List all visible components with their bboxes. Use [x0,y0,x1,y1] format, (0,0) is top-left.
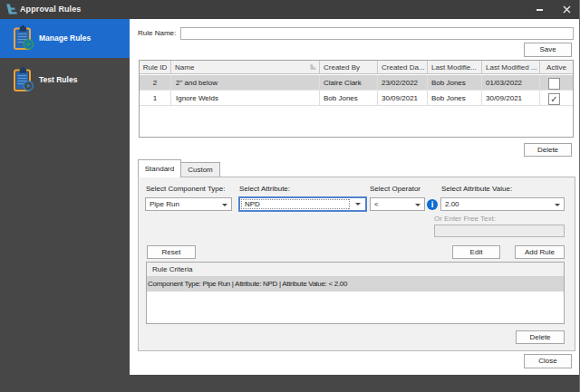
free-text-label: Or Enter Free Text: [434,214,496,225]
add-rule-button[interactable]: Add Rule [515,245,565,259]
info-icon[interactable]: i [427,199,438,210]
minimize-icon [536,9,543,11]
column-header-name-label: Name [175,63,194,72]
cell-last-modified-date: 30/09/2021 [482,91,540,105]
cell-created-date: 23/02/2022 [378,75,428,90]
column-header-last-modified-date[interactable]: Last Modified ... [482,61,540,74]
column-header-created-by[interactable]: Created By [320,61,378,74]
manage-rules-icon [13,24,34,51]
attribute-label: Select Attribute: [239,184,290,195]
delete-criteria-button[interactable]: Delete [516,330,565,344]
rule-name-input[interactable] [180,27,574,40]
sidebar-item-manage-rules[interactable]: Manage Rules [0,19,130,58]
attribute-value-value: 2.00 [445,200,459,208]
close-icon [563,5,571,14]
approval-rules-window: Approval Rules Manage Rules [0,0,580,392]
sidebar: Manage Rules Test Rules [0,19,130,392]
rules-table: Rule ID Name Created By Created Da... La… [139,60,574,138]
column-header-last-modified-by[interactable]: Last Modifie... [428,61,482,74]
sidebar-item-test-rules[interactable]: Test Rules [0,61,130,100]
reset-button[interactable]: Reset [147,245,196,259]
column-header-created-date[interactable]: Created Da... [378,61,428,74]
edit-button[interactable]: Edit [452,245,500,259]
close-button[interactable]: Close [524,354,572,368]
table-row[interactable]: 2 2" and below Claire Clark 23/02/2022 B… [140,75,573,91]
sidebar-item-label: Manage Rules [39,19,91,58]
operator-value: < [374,200,379,208]
chevron-down-icon [355,203,361,206]
sort-ascending-icon [310,64,316,71]
cell-name: Ignore Welds [171,91,320,105]
rule-criteria-item[interactable]: Component Type: Pipe Run | Attribute: NP… [147,277,564,292]
standard-tab-panel: Select Component Type: Select Attribute:… [138,177,575,351]
tab-standard[interactable]: Standard [138,159,181,177]
test-rules-icon [13,66,34,92]
cell-last-modified-date: 01/03/2022 [482,75,540,90]
cell-rule-id: 2 [140,75,171,90]
active-checkbox[interactable]: ✓ [548,93,560,105]
cell-created-date: 30/09/2021 [378,91,428,105]
attribute-value-label: Select Attribute Value: [441,184,512,195]
attribute-value: NPD [241,199,350,209]
active-checkbox[interactable] [548,78,560,90]
column-header-name[interactable]: Name [171,61,320,74]
window-title: Approval Rules [20,0,81,19]
save-button[interactable]: Save [524,43,572,57]
column-header-rule-id[interactable]: Rule ID [140,61,171,74]
app-logo-icon [5,3,18,16]
cell-active: ✓ [540,91,573,105]
cell-last-modified-by: Bob Jones [428,91,482,105]
delete-rule-button[interactable]: Delete [524,143,572,157]
chevron-down-icon [415,204,420,206]
operator-select[interactable]: < [370,197,425,211]
component-type-value: Pipe Run [150,200,179,208]
component-type-select[interactable]: Pipe Run [145,197,232,211]
sidebar-item-label: Test Rules [39,61,77,100]
chevron-down-icon [222,204,227,206]
chevron-down-icon [555,204,560,206]
column-header-active[interactable]: Active [540,61,573,74]
close-window-button[interactable] [556,0,576,19]
free-text-input[interactable] [434,225,565,237]
rules-table-header: Rule ID Name Created By Created Da... La… [140,61,573,74]
tab-custom[interactable]: Custom [181,162,220,177]
cell-created-by: Bob Jones [320,91,378,105]
attribute-value-select[interactable]: 2.00 [440,197,565,211]
main-content: Rule Name: Save Rule ID Name Created By … [130,19,580,375]
component-type-label: Select Component Type: [146,184,225,195]
attribute-select[interactable]: NPD [238,196,367,212]
rule-criteria-header: Rule Criteria [147,263,564,277]
cell-active [540,75,573,90]
titlebar: Approval Rules [0,0,580,19]
table-row[interactable]: 1 Ignore Welds Bob Jones 30/09/2021 Bob … [140,91,573,106]
rule-criteria-list: Rule Criteria Component Type: Pipe Run |… [146,262,565,324]
cell-last-modified-by: Bob Jones [428,75,482,90]
cell-name: 2" and below [171,75,320,90]
operator-label: Select Operator [370,184,420,195]
minimize-button[interactable] [530,0,548,19]
cell-rule-id: 1 [140,91,171,105]
cell-created-by: Claire Clark [320,75,378,90]
rule-name-label: Rule Name: [138,27,176,40]
